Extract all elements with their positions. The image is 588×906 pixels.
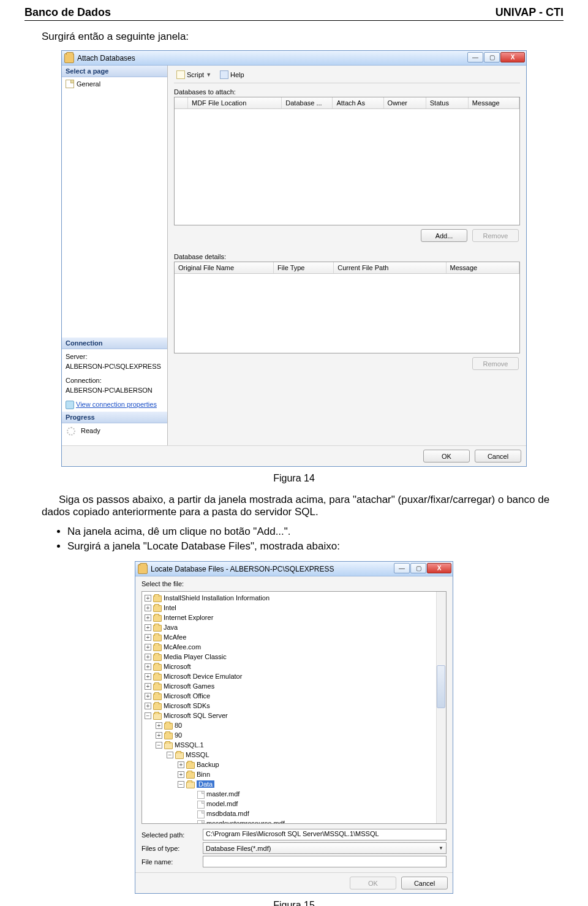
server-value: ALBERSON-PC\SQLEXPRESS	[66, 361, 164, 372]
toolbar: Script▼ Help	[174, 69, 520, 83]
connection-header: Connection	[62, 338, 167, 349]
tree-item[interactable]: +Microsoft Games	[145, 681, 446, 691]
tree-item[interactable]: +Internet Explorer	[145, 613, 446, 622]
tree-item-selected[interactable]: −Data master.mdf model.mdf msdbdata.mdf …	[178, 779, 446, 824]
view-connection-link[interactable]: View connection properties	[66, 399, 164, 410]
help-button[interactable]: Help	[220, 70, 244, 79]
main-panel: Script▼ Help Databases to attach: MDF Fi…	[168, 66, 526, 445]
databases-to-attach-label: Databases to attach:	[174, 88, 520, 96]
script-icon	[176, 70, 185, 79]
col-status[interactable]: Status	[426, 97, 469, 108]
ready-label: Ready	[81, 427, 100, 434]
dialog-title: Locate Database Files - ALBERSON-PC\SQLE…	[151, 565, 334, 573]
folder-icon	[64, 53, 74, 63]
remove-button: Remove	[472, 229, 519, 242]
close-button[interactable]: X	[427, 563, 451, 573]
tree-item[interactable]: +Microsoft SDKs	[145, 701, 446, 711]
locate-files-dialog: Locate Database Files - ALBERSON-PC\SQLE…	[135, 561, 453, 894]
tree-item[interactable]: +McAfee.com	[145, 642, 446, 652]
add-button[interactable]: Add...	[421, 229, 467, 242]
ok-button[interactable]: OK	[423, 450, 470, 462]
cancel-button[interactable]: Cancel	[475, 450, 521, 462]
chevron-down-icon: ▼	[439, 845, 443, 851]
tree-item[interactable]: +Microsoft Office	[145, 691, 446, 701]
tree-item[interactable]: +Binn	[178, 769, 446, 779]
script-button[interactable]: Script▼	[176, 70, 211, 79]
tree-file[interactable]: mssqlsystemresource.mdf	[189, 818, 446, 824]
sidebar: Select a page General Connection Server:…	[62, 66, 168, 445]
select-file-label: Select the file:	[135, 576, 453, 589]
header-left: Banco de Dados	[24, 6, 111, 19]
tree-item[interactable]: +Intel	[145, 603, 446, 613]
maximize-button[interactable]: ▢	[484, 52, 500, 62]
tree-item[interactable]: +Backup	[178, 760, 446, 769]
attach-grid[interactable]: MDF File Location Database ... Attach As…	[174, 97, 520, 225]
details-grid[interactable]: Original File Name File Type Current Fil…	[174, 262, 520, 353]
tree-item[interactable]: +90	[156, 730, 446, 740]
col-database[interactable]: Database ...	[282, 97, 333, 108]
remove-button-2: Remove	[472, 357, 519, 370]
page-icon	[66, 80, 74, 88]
figure-14-caption: Figura 14	[24, 473, 564, 484]
tree-item[interactable]: +Media Player Classic	[145, 652, 446, 662]
tree-item[interactable]: +Microsoft	[145, 662, 446, 671]
connection-value: ALBERSON-PC\ALBERSON	[66, 385, 164, 396]
cancel-button[interactable]: Cancel	[401, 877, 448, 889]
col-owner[interactable]: Owner	[384, 97, 426, 108]
bullet-2: Surgirá a janela "Locate Database Files"…	[67, 540, 564, 553]
files-of-type-label: Files of type:	[141, 845, 198, 852]
titlebar[interactable]: Locate Database Files - ALBERSON-PC\SQLE…	[135, 562, 453, 576]
ok-button: OK	[350, 877, 396, 889]
titlebar[interactable]: Attach Databases — ▢ X	[62, 51, 526, 66]
progress-icon	[67, 427, 75, 436]
tree-item[interactable]: +Microsoft Device Emulator	[145, 671, 446, 681]
maximize-button[interactable]: ▢	[410, 563, 426, 573]
file-name-input[interactable]	[203, 856, 447, 867]
general-label: General	[77, 80, 100, 88]
server-label: Server:	[66, 352, 164, 362]
bullet-1: Na janela acima, dê um clique no botão "…	[67, 526, 564, 538]
tree-file[interactable]: msdbdata.mdf	[189, 809, 446, 818]
progress-header: Progress	[62, 412, 167, 423]
minimize-button[interactable]: —	[394, 563, 410, 573]
tree-item[interactable]: −Microsoft SQL Server +80 +90 −MSSQL.1 −…	[145, 711, 446, 824]
file-name-label: File name:	[141, 858, 198, 866]
attach-databases-dialog: Attach Databases — ▢ X Select a page Gen…	[61, 50, 527, 467]
tree-item[interactable]: −MSSQL +Backup +Binn −Data master.mdf	[167, 750, 446, 824]
select-page-header: Select a page	[62, 66, 167, 77]
tree-item[interactable]: +Java	[145, 622, 446, 632]
tree-file[interactable]: model.mdf	[189, 799, 446, 809]
minimize-button[interactable]: —	[467, 52, 483, 62]
col-orig-file[interactable]: Original File Name	[175, 262, 274, 273]
col-cur-path[interactable]: Current File Path	[334, 262, 446, 273]
file-tree[interactable]: +InstallShield Installation Information …	[141, 591, 447, 824]
chevron-down-icon: ▼	[206, 72, 211, 78]
intro-text: Surgirá então a seguinte janela:	[42, 31, 564, 43]
database-details-label: Database details:	[174, 253, 520, 260]
folder-icon	[138, 564, 148, 574]
figure-15-caption: Figura 15	[24, 900, 564, 906]
tree-item[interactable]: +McAfee	[145, 632, 446, 642]
tree-file[interactable]: master.mdf	[189, 789, 446, 799]
help-icon	[220, 70, 228, 79]
files-of-type-select[interactable]: Database Files(*.mdf)▼	[203, 842, 447, 854]
tree-item[interactable]: +InstallShield Installation Information	[145, 593, 446, 603]
col-file-type[interactable]: File Type	[274, 262, 334, 273]
col-message[interactable]: Message	[469, 97, 519, 108]
selected-path-input[interactable]: C:\Program Files\Microsoft SQL Server\MS…	[203, 829, 447, 840]
para2: Siga os passos abaixo, a partir da janel…	[42, 494, 564, 518]
col-msg2[interactable]: Message	[447, 262, 519, 273]
tree-item[interactable]: +80	[156, 720, 446, 730]
connection-label: Connection:	[66, 376, 164, 386]
dialog-title: Attach Databases	[77, 54, 135, 62]
sidebar-item-general[interactable]: General	[66, 80, 164, 88]
col-mdf[interactable]: MDF File Location	[188, 97, 282, 108]
col-attach-as[interactable]: Attach As	[333, 97, 383, 108]
selected-path-label: Selected path:	[141, 831, 198, 839]
header-right: UNIVAP - CTI	[496, 6, 564, 19]
close-button[interactable]: X	[500, 52, 525, 62]
tree-item[interactable]: −MSSQL.1 −MSSQL +Backup +Binn −Data	[156, 740, 446, 824]
connection-icon	[66, 401, 74, 409]
